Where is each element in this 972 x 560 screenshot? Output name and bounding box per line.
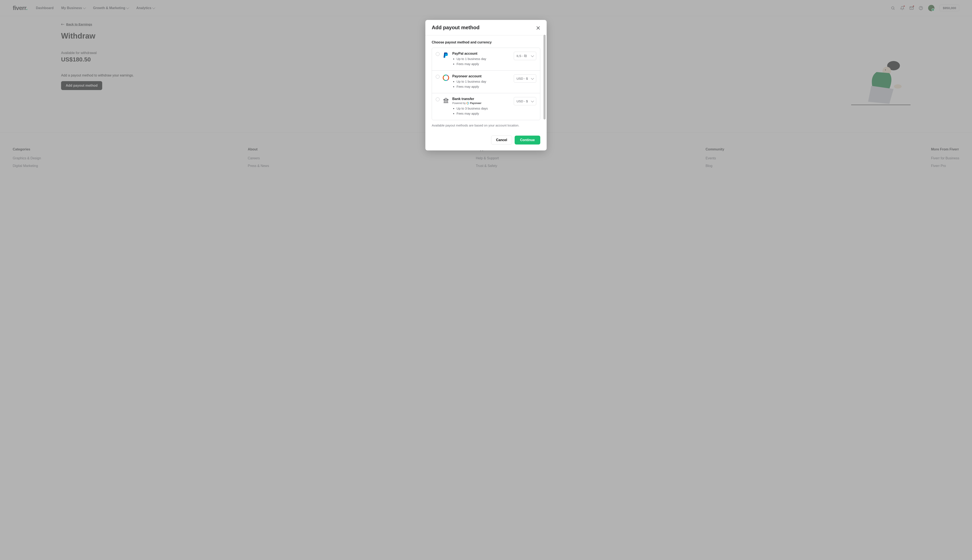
svg-point-17 bbox=[467, 102, 469, 104]
radio-bank[interactable] bbox=[436, 97, 439, 101]
modal-footer: Cancel Continue bbox=[425, 132, 547, 150]
modal-header: Add payout method bbox=[425, 20, 547, 35]
payoneer-small-icon bbox=[466, 102, 469, 105]
powered-by: Powered by Payoneer bbox=[452, 102, 511, 105]
bank-icon bbox=[443, 97, 449, 104]
method-detail: Fees may apply bbox=[456, 111, 511, 116]
close-icon[interactable] bbox=[536, 25, 540, 30]
method-detail: Up to 1 business day bbox=[456, 79, 511, 84]
location-note: Available payout methods are based on yo… bbox=[432, 123, 540, 127]
paypal-icon bbox=[443, 52, 449, 58]
option-paypal[interactable]: PayPal account Up to 1 business day Fees… bbox=[432, 48, 540, 70]
modal-body: Choose payout method and currency PayPal… bbox=[425, 35, 547, 132]
currency-value: USD - $ bbox=[516, 77, 528, 80]
radio-payoneer[interactable] bbox=[436, 75, 439, 78]
chevron-down-icon bbox=[531, 77, 534, 80]
radio-paypal[interactable] bbox=[436, 52, 439, 56]
method-detail: Up to 3 business days bbox=[456, 106, 511, 111]
method-name: Bank transfer bbox=[452, 97, 511, 101]
currency-select-bank[interactable]: USD - $ bbox=[514, 97, 536, 105]
scrollbar-thumb[interactable] bbox=[543, 35, 546, 120]
currency-value: USD - $ bbox=[516, 99, 528, 103]
currency-select-payoneer[interactable]: USD - $ bbox=[514, 74, 536, 83]
currency-value: ILS - ₪ bbox=[516, 54, 527, 58]
method-info: Payoneer account Up to 1 business day Fe… bbox=[452, 74, 511, 89]
method-name: Payoneer account bbox=[452, 74, 511, 78]
method-detail: Fees may apply bbox=[456, 62, 511, 67]
chevron-down-icon bbox=[531, 99, 534, 102]
payoneer-brand-text: Payoneer bbox=[470, 102, 481, 105]
scrollbar[interactable] bbox=[543, 35, 546, 141]
payout-options: PayPal account Up to 1 business day Fees… bbox=[432, 48, 540, 120]
method-info: PayPal account Up to 1 business day Fees… bbox=[452, 52, 511, 67]
payoneer-icon bbox=[443, 74, 449, 81]
svg-point-11 bbox=[443, 75, 449, 80]
option-payoneer[interactable]: Payoneer account Up to 1 business day Fe… bbox=[432, 70, 540, 93]
currency-select-paypal[interactable]: ILS - ₪ bbox=[514, 52, 536, 60]
add-payout-modal: Add payout method Choose payout method a… bbox=[425, 20, 547, 150]
method-detail: Fees may apply bbox=[456, 84, 511, 89]
powered-by-text: Powered by bbox=[452, 102, 466, 105]
option-bank[interactable]: Bank transfer Powered by Payoneer Up to … bbox=[432, 93, 540, 120]
modal-title: Add payout method bbox=[432, 25, 479, 30]
cancel-button[interactable]: Cancel bbox=[491, 136, 512, 145]
section-label: Choose payout method and currency bbox=[432, 40, 540, 44]
continue-button[interactable]: Continue bbox=[514, 136, 540, 145]
method-info: Bank transfer Powered by Payoneer Up to … bbox=[452, 97, 511, 116]
method-detail: Up to 1 business day bbox=[456, 57, 511, 62]
method-name: PayPal account bbox=[452, 52, 511, 55]
chevron-down-icon bbox=[531, 54, 534, 57]
